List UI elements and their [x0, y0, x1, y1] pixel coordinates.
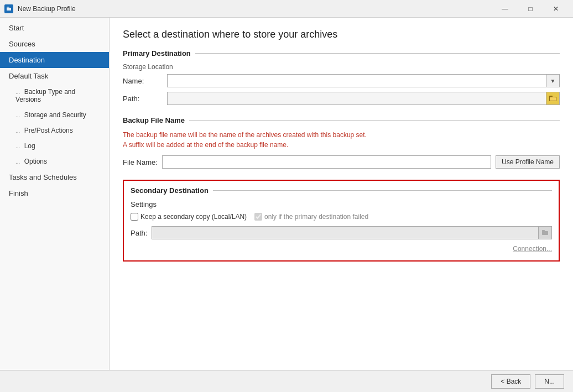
footer: < Back N... [0, 370, 573, 392]
sidebar: Start Sources Destination Default Task B… [0, 18, 110, 370]
secondary-path-label: Path: [131, 229, 147, 237]
sidebar-item-backup-type[interactable]: Backup Type and Versions [0, 84, 109, 107]
sidebar-item-start[interactable]: Start [0, 20, 109, 36]
only-if-failed-checkbox-item[interactable]: only if the primary destination failed [254, 213, 368, 221]
storage-location-label: Storage Location [123, 63, 560, 71]
secondary-destination-section: Secondary Destination Settings Keep a se… [123, 180, 560, 262]
connection-link-area: Connection... [131, 245, 552, 253]
keep-copy-row: Keep a secondary copy (Local/LAN) only i… [131, 213, 552, 221]
name-dropdown-btn[interactable]: ▼ [546, 74, 560, 87]
minimize-button[interactable]: — [492, 0, 518, 18]
file-name-input[interactable] [162, 155, 491, 169]
page-title: Select a destination where to store your… [123, 29, 560, 40]
window-controls: — □ ✕ [492, 0, 569, 18]
titlebar: New Backup Profile — □ ✕ [0, 0, 573, 18]
main-container: Start Sources Destination Default Task B… [0, 18, 573, 370]
backup-file-name-section: Backup File Name The backup file name wi… [123, 116, 560, 169]
secondary-path-row: Path: [131, 226, 552, 239]
back-button[interactable]: < Back [491, 374, 530, 389]
svg-rect-6 [542, 231, 548, 235]
close-button[interactable]: ✕ [543, 0, 569, 18]
window-title: New Backup Profile [18, 5, 492, 13]
connection-link[interactable]: Connection... [513, 245, 552, 253]
backup-file-name-desc: The backup file name will be the name of… [123, 130, 560, 150]
name-row: Name: ▼ [123, 74, 560, 87]
sidebar-item-default-task[interactable]: Default Task [0, 68, 109, 84]
backup-file-name-header: Backup File Name [123, 116, 560, 124]
use-profile-btn[interactable]: Use Profile Name [496, 155, 560, 169]
svg-rect-4 [549, 96, 553, 97]
path-label: Path: [123, 95, 167, 103]
keep-copy-label[interactable]: Keep a secondary copy (Local/LAN) [140, 213, 247, 221]
primary-destination-header: Primary Destination [123, 49, 560, 58]
path-input-group [167, 92, 560, 105]
sidebar-item-destination[interactable]: Destination [0, 52, 109, 68]
next-button[interactable]: N... [535, 374, 564, 389]
file-name-label: File Name: [123, 158, 158, 166]
only-if-failed-label: only if the primary destination failed [264, 213, 368, 221]
svg-rect-7 [542, 230, 545, 232]
path-row: Path: [123, 92, 560, 105]
sidebar-item-sources[interactable]: Sources [0, 36, 109, 52]
keep-copy-checkbox-item[interactable]: Keep a secondary copy (Local/LAN) [131, 213, 247, 221]
maximize-button[interactable]: □ [518, 0, 543, 18]
path-browse-btn[interactable] [546, 92, 560, 105]
settings-label: Settings [131, 200, 552, 208]
secondary-browse-disabled-icon [539, 226, 552, 239]
sidebar-item-options[interactable]: Options [0, 154, 109, 169]
content-area: Select a destination where to store your… [110, 18, 573, 370]
sidebar-item-tasks-schedules[interactable]: Tasks and Schedules [0, 169, 109, 185]
sidebar-item-log[interactable]: Log [0, 138, 109, 154]
name-input-group: ▼ [167, 74, 560, 87]
sidebar-item-finish[interactable]: Finish [0, 185, 109, 201]
app-icon [4, 4, 13, 13]
sidebar-item-storage-security[interactable]: Storage and Security [0, 107, 109, 123]
secondary-path-input [152, 226, 539, 239]
name-label: Name: [123, 77, 167, 85]
svg-rect-5 [550, 97, 556, 101]
keep-copy-checkbox[interactable] [131, 213, 138, 221]
name-input[interactable] [167, 74, 546, 87]
path-input[interactable] [167, 92, 546, 105]
only-if-failed-checkbox [254, 213, 262, 221]
secondary-destination-header: Secondary Destination [131, 186, 552, 195]
primary-destination-section: Primary Destination Storage Location Nam… [123, 49, 560, 105]
file-name-row: File Name: Use Profile Name [123, 155, 560, 169]
sidebar-item-pre-post[interactable]: Pre/Post Actions [0, 123, 109, 138]
svg-rect-2 [7, 7, 9, 8]
